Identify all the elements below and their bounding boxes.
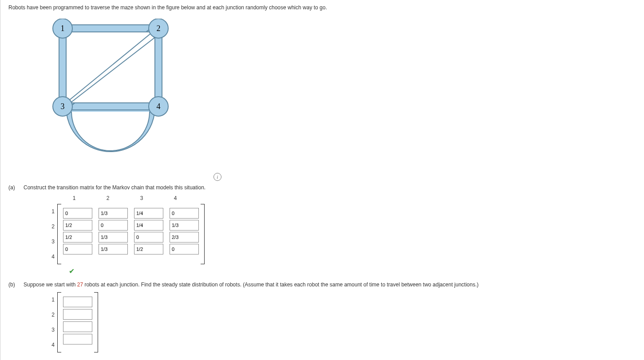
matrix-cell-4-4[interactable]	[170, 244, 199, 254]
robot-count: 27	[77, 282, 83, 288]
problem-intro: Robots have been programmed to traverse …	[8, 4, 636, 11]
svg-text:1: 1	[61, 24, 65, 33]
matrix-cell-1-4[interactable]	[170, 208, 199, 219]
vector-cell-1[interactable]	[63, 297, 92, 307]
matrix-cell-3-4[interactable]	[170, 232, 199, 243]
steady-state-vector: 1 2 3 4	[40, 292, 636, 352]
info-icon[interactable]: i	[213, 173, 221, 181]
matrix-cell-2-4[interactable]	[170, 220, 199, 231]
matrix-cell-3-2[interactable]	[99, 232, 128, 243]
matrix-row	[63, 208, 199, 219]
matrix-cell-2-2[interactable]	[99, 220, 128, 231]
matrix-cell-1-2[interactable]	[99, 208, 128, 219]
matrix-cell-2-1[interactable]	[63, 220, 92, 231]
matrix-cell-4-1[interactable]	[63, 244, 92, 254]
vector-row-headers: 1 2 3 4	[40, 292, 57, 352]
vector-cell-4[interactable]	[63, 334, 92, 344]
matrix-cell-3-3[interactable]	[134, 232, 163, 243]
matrix-row	[63, 244, 199, 254]
matrix-cell-1-1[interactable]	[63, 208, 92, 219]
part-a-instruction: Construct the transition matrix for the …	[24, 184, 636, 191]
part-a: (a) Construct the transition matrix for …	[8, 184, 636, 275]
matrix-row	[63, 232, 199, 243]
part-b: (b) Suppose we start with 27 robots at e…	[8, 282, 636, 352]
matrix-cell-4-3[interactable]	[134, 244, 163, 254]
vector-cell-2[interactable]	[63, 309, 92, 320]
matrix-cell-1-3[interactable]	[134, 208, 163, 219]
matrix-col-headers: 1 2 3 4	[57, 195, 636, 201]
part-b-label: (b)	[8, 282, 19, 352]
matrix-cell-3-1[interactable]	[63, 232, 92, 243]
part-a-label: (a)	[8, 184, 19, 275]
svg-text:3: 3	[61, 102, 65, 111]
maze-svg: 1 2 3 4	[40, 19, 173, 169]
part-b-instruction: Suppose we start with 27 robots at each …	[24, 282, 636, 288]
matrix-row	[63, 220, 199, 231]
svg-text:4: 4	[157, 102, 161, 111]
svg-text:2: 2	[157, 24, 161, 33]
checkmark-icon: ✔	[69, 267, 636, 275]
matrix-row-headers: 1 2 3 4	[40, 204, 57, 264]
matrix-cell-4-2[interactable]	[99, 244, 128, 254]
transition-matrix: 1 2 3 4 1 2 3 4	[40, 195, 636, 275]
matrix-cell-2-3[interactable]	[134, 220, 163, 231]
vector-cell-3[interactable]	[63, 321, 92, 332]
maze-figure: 1 2 3 4 i	[40, 19, 208, 178]
